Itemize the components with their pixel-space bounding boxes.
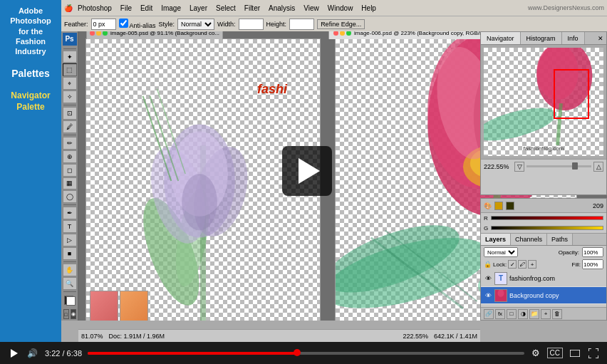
theater-mode-button[interactable] [569, 348, 581, 358]
gradient-tool[interactable]: ▦ [63, 177, 77, 190]
opacity-input[interactable] [582, 247, 603, 257]
magic-wand-tool[interactable]: ✧ [63, 90, 77, 103]
burn-tool[interactable]: ◯ [63, 190, 77, 203]
height-input[interactable] [289, 19, 314, 30]
cc-button[interactable]: CC [547, 348, 563, 358]
zoom-out-btn[interactable]: ▽ [514, 162, 524, 172]
style-select[interactable]: Normal [177, 19, 214, 30]
play-triangle-icon [299, 158, 320, 184]
path-tool[interactable]: ▷ [63, 234, 77, 246]
brush-tool[interactable]: ✏ [63, 137, 77, 150]
layer-eye-icon-bg[interactable]: 👁 [484, 291, 492, 300]
menu-help[interactable]: Help [358, 4, 380, 13]
histogram-tab[interactable]: Histogram [521, 32, 562, 44]
opacity-label: Opacity: [559, 249, 579, 256]
navigator-tab[interactable]: Navigator [481, 32, 521, 44]
eyedropper-tool[interactable]: 🖉 [63, 120, 77, 133]
layer-adjustment-btn[interactable]: ◑ [518, 309, 528, 319]
layer-row-bg-copy[interactable]: 👁 Background copy [481, 287, 606, 304]
layer-delete-btn[interactable]: 🗑 [552, 309, 562, 319]
apple-menu[interactable]: 🍎 [64, 4, 73, 12]
navigator-close-btn[interactable]: ✕ [595, 32, 606, 44]
layer-thumb-text: T [494, 272, 507, 285]
zoom-slider[interactable] [526, 165, 591, 167]
left-doc-tab[interactable]: image-005.psd @ 91.1% (Background co... [86, 31, 223, 39]
menu-filter[interactable]: Filter [241, 4, 264, 13]
layer-group-btn[interactable]: 📁 [529, 309, 539, 319]
menu-window[interactable]: Window [324, 4, 357, 13]
lock-position-btn[interactable]: + [528, 260, 536, 269]
menu-view[interactable]: View [300, 4, 323, 13]
menu-image[interactable]: Image [157, 4, 185, 13]
tool-separator-3 [63, 135, 76, 135]
color-swatches[interactable] [63, 294, 77, 307]
navigator-tabs: Navigator Histogram Info ✕ [481, 32, 606, 45]
right-doc-tab[interactable]: image-006.psd @ 223% (Background copy, R… [328, 31, 489, 39]
channels-tab[interactable]: Channels [511, 234, 547, 245]
play-pause-button[interactable] [7, 347, 20, 360]
lock-pixels-btn[interactable]: 🖊 [518, 260, 526, 269]
color-r-track[interactable] [491, 216, 603, 220]
menu-analysis[interactable]: Analysis [265, 4, 299, 13]
color-g-track[interactable] [491, 226, 603, 230]
svg-marker-30 [11, 349, 18, 358]
stamp-tool[interactable]: ⊕ [63, 150, 77, 163]
tool-separator-2 [63, 105, 76, 105]
layers-tab[interactable]: Layers [481, 234, 511, 245]
lock-transparent-btn[interactable]: ✓ [508, 260, 517, 269]
layer-new-btn[interactable]: + [541, 309, 551, 319]
hand-tool[interactable]: ✋ [63, 264, 77, 276]
right-doc-traffic-lights [333, 31, 351, 36]
blend-mode-select[interactable]: Normal [484, 247, 518, 257]
color-fg-swatch[interactable] [494, 202, 503, 210]
nav-website-text: fashionfrog.com [524, 145, 564, 152]
settings-button[interactable]: ⚙ [530, 346, 541, 360]
play-icon [9, 348, 19, 358]
layer-fx-btn[interactable]: fx [495, 309, 505, 319]
width-label: Width: [217, 21, 236, 28]
paths-tab[interactable]: Paths [547, 234, 573, 245]
crop-tool[interactable]: ⊡ [63, 107, 77, 120]
progress-bar[interactable] [88, 352, 524, 355]
mode-icons: □ ◉ [63, 309, 76, 319]
lock-icon: 🔒 [484, 261, 492, 268]
info-tab[interactable]: Info [562, 32, 585, 44]
zoom-tool[interactable]: 🔍 [63, 277, 77, 290]
width-input[interactable] [239, 19, 264, 30]
move-tool[interactable]: ✦ [63, 51, 77, 63]
layer-link-btn[interactable]: 🔗 [484, 309, 494, 319]
menu-layer[interactable]: Layer [186, 4, 211, 13]
layers-tabs: Layers Channels Paths [481, 233, 606, 246]
menu-file[interactable]: File [117, 4, 135, 13]
layer-row-text[interactable]: 👁 T fashionfrog.com [481, 270, 606, 287]
zoom-in-btn[interactable]: △ [593, 162, 603, 172]
color-icon: 🎨 [484, 202, 492, 209]
play-button-overlay[interactable] [282, 146, 332, 196]
refine-edge-button[interactable]: Refine Edge... [317, 19, 365, 29]
color-bg-swatch[interactable] [506, 202, 514, 210]
layer-mask-btn[interactable]: □ [507, 309, 517, 319]
status-bar: 81.07% Doc: 1.91M / 1.96M 222.55% 642.1K… [78, 329, 480, 342]
marquee-tool[interactable]: ⬚ [63, 63, 77, 76]
shape-tool[interactable]: ■ [63, 247, 77, 260]
type-tool[interactable]: T [63, 220, 77, 233]
ps-logo: Ps [63, 33, 77, 46]
nav-thumbnail: fashionfrog.com [484, 48, 603, 156]
menu-select[interactable]: Select [212, 4, 239, 13]
eraser-tool[interactable]: ◻ [63, 164, 77, 177]
left-doc-tab-name: image-005.psd @ 91.1% (Background co... [110, 31, 219, 36]
pen-tool[interactable]: ✒ [63, 207, 77, 219]
menu-bar: 🍎 Photoshop File Edit Image Layer Select… [61, 0, 607, 16]
fill-input[interactable] [582, 259, 603, 269]
lasso-tool[interactable]: ⌖ [63, 77, 77, 90]
feather-input[interactable] [91, 19, 116, 30]
volume-button[interactable]: 🔊 [26, 347, 39, 360]
menu-edit[interactable]: Edit [137, 4, 156, 13]
left-doc-traffic-lights [90, 31, 108, 36]
fullscreen-button[interactable] [587, 347, 600, 360]
anti-alias-checkbox[interactable] [119, 19, 128, 28]
color-r-label: R [484, 215, 489, 222]
menu-photoshop[interactable]: Photoshop [74, 4, 115, 13]
layer-eye-icon-text[interactable]: 👁 [484, 274, 492, 283]
navigator-palette-label: NavigatorPalette [11, 90, 50, 113]
